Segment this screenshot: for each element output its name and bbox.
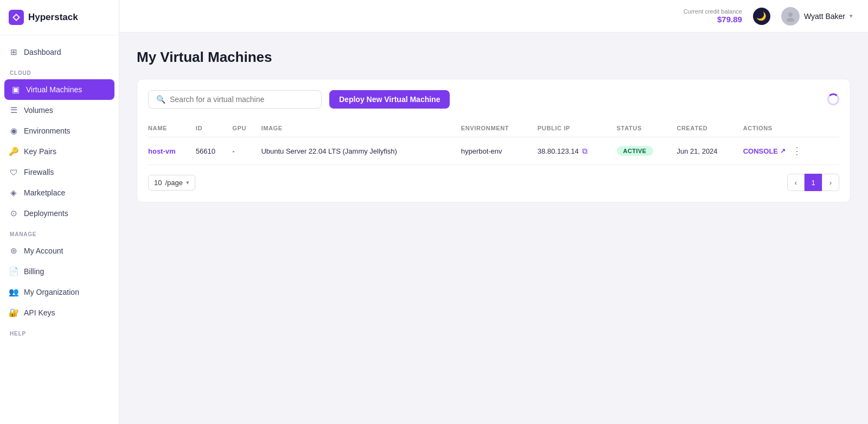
billing-icon: 📄 [9, 267, 18, 276]
col-created: CREATED [676, 119, 743, 137]
search-box[interactable]: 🔍 [148, 90, 322, 109]
table-row: host-vm 56610 - Ubuntu Server 22.04 LTS … [148, 137, 839, 165]
cell-actions: CONSOLE ↗ ⋮ [743, 137, 839, 165]
sidebar-item-firewalls[interactable]: 🛡 Firewalls [0, 162, 119, 182]
vm-name-link[interactable]: host-vm [148, 147, 176, 155]
sidebar-navigation: ⊞ Dashboard CLOUD ▣ Virtual Machines ☰ V… [0, 35, 119, 424]
deployments-label: Deployments [24, 209, 68, 218]
header: Current credit balance $79.89 🌙 Wyatt Ba… [119, 0, 868, 33]
user-name: Wyatt Baker [804, 12, 845, 21]
my-organization-icon: 👥 [9, 287, 18, 297]
sidebar-item-billing[interactable]: 📄 Billing [0, 261, 119, 282]
sidebar-item-key-pairs[interactable]: 🔑 Key Pairs [0, 141, 119, 162]
col-gpu: GPU [232, 119, 261, 137]
col-name: NAME [148, 119, 196, 137]
my-account-label: My Account [24, 246, 63, 255]
environments-label: Environments [24, 126, 71, 135]
cell-environment: hyperbot-env [461, 137, 538, 165]
marketplace-label: Marketplace [24, 188, 65, 197]
prev-page-button[interactable]: ‹ [787, 174, 805, 191]
environments-icon: ◉ [9, 126, 18, 136]
vm-label: Virtual Machines [26, 85, 82, 94]
theme-toggle-button[interactable]: 🌙 [753, 8, 770, 25]
sidebar-item-volumes[interactable]: ☰ Volumes [0, 100, 119, 121]
manage-section-label: MANAGE [0, 224, 119, 241]
avatar [781, 7, 800, 26]
cell-id: 56610 [196, 137, 233, 165]
deploy-button[interactable]: Deploy New Virtual Machine [329, 90, 450, 109]
credit-amount: $79.89 [684, 15, 742, 24]
pagination-bar: 10 /page ▾ ‹ 1 › [148, 174, 839, 191]
credit-label: Current credit balance [684, 8, 742, 15]
copy-ip-icon[interactable]: ⧉ [582, 147, 588, 156]
marketplace-icon: ◈ [9, 188, 18, 198]
sidebar-item-api-keys[interactable]: 🔐 API Keys [0, 302, 119, 323]
ip-value: 38.80.123.14 [538, 147, 579, 155]
cell-status: ACTIVE [617, 137, 677, 165]
cell-gpu: - [232, 137, 261, 165]
logo-area: Hyperstack [0, 0, 119, 35]
volumes-label: Volumes [24, 106, 53, 115]
per-page-suffix: /page [165, 179, 183, 187]
console-button[interactable]: CONSOLE ↗ [743, 147, 786, 155]
per-page-value: 10 [154, 179, 162, 187]
console-label: CONSOLE [743, 147, 778, 155]
status-badge: ACTIVE [617, 146, 653, 156]
vm-table-container: NAME ID GPU IMAGE ENVIRONMENT PUBLIC IP … [148, 119, 839, 165]
my-organization-label: My Organization [24, 288, 79, 296]
dashboard-label: Dashboard [24, 48, 61, 56]
page-1-button[interactable]: 1 [805, 174, 822, 191]
sidebar-item-deployments[interactable]: ⊙ Deployments [0, 203, 119, 224]
sidebar-item-marketplace[interactable]: ◈ Marketplace [0, 182, 119, 203]
help-section-label: HELP [0, 323, 119, 340]
search-icon: 🔍 [156, 95, 165, 104]
key-pairs-label: Key Pairs [24, 147, 56, 156]
per-page-selector[interactable]: 10 /page ▾ [148, 175, 195, 191]
volumes-icon: ☰ [9, 105, 18, 115]
search-input[interactable] [170, 95, 314, 104]
deployments-icon: ⊙ [9, 208, 18, 218]
sidebar-item-dashboard[interactable]: ⊞ Dashboard [0, 42, 119, 62]
user-menu[interactable]: Wyatt Baker ▾ [781, 7, 853, 26]
col-image: IMAGE [261, 119, 461, 137]
api-keys-icon: 🔐 [9, 308, 18, 318]
firewalls-icon: 🛡 [9, 167, 18, 177]
vm-icon: ▣ [11, 85, 21, 94]
user-menu-chevron-icon: ▾ [850, 12, 853, 20]
sidebar-item-virtual-machines[interactable]: ▣ Virtual Machines [4, 79, 114, 100]
svg-point-2 [787, 18, 794, 22]
cloud-section-label: CLOUD [0, 62, 119, 79]
col-actions: ACTIONS [743, 119, 839, 137]
sidebar-item-environments[interactable]: ◉ Environments [0, 121, 119, 141]
main-area: Current credit balance $79.89 🌙 Wyatt Ba… [119, 0, 868, 424]
credit-info: Current credit balance $79.89 [684, 8, 742, 24]
toolbar: 🔍 Deploy New Virtual Machine [148, 90, 839, 109]
sidebar: Hyperstack ⊞ Dashboard CLOUD ▣ Virtual M… [0, 0, 119, 424]
cell-name: host-vm [148, 137, 196, 165]
pagination-controls: ‹ 1 › [787, 174, 839, 191]
more-actions-button[interactable]: ⋮ [789, 145, 805, 157]
content-area: My Virtual Machines 🔍 Deploy New Virtual… [119, 33, 868, 424]
api-keys-label: API Keys [24, 308, 55, 317]
col-id: ID [196, 119, 233, 137]
billing-label: Billing [24, 267, 44, 276]
per-page-chevron-icon: ▾ [186, 179, 189, 186]
loading-spinner [827, 93, 839, 105]
vm-card: 🔍 Deploy New Virtual Machine NAME ID GPU… [137, 79, 851, 202]
key-pairs-icon: 🔑 [9, 147, 18, 156]
svg-point-1 [788, 12, 793, 17]
sidebar-item-my-organization[interactable]: 👥 My Organization [0, 282, 119, 302]
col-public-ip: PUBLIC IP [538, 119, 617, 137]
app-name: Hyperstack [28, 12, 78, 23]
vm-table: NAME ID GPU IMAGE ENVIRONMENT PUBLIC IP … [148, 119, 839, 165]
external-link-icon: ↗ [780, 147, 786, 155]
dashboard-icon: ⊞ [9, 47, 18, 57]
firewalls-label: Firewalls [24, 168, 54, 176]
cell-public-ip: 38.80.123.14 ⧉ [538, 137, 617, 165]
my-account-icon: ⊛ [9, 246, 18, 256]
col-status: STATUS [617, 119, 677, 137]
next-page-button[interactable]: › [822, 174, 839, 191]
hyperstack-logo-icon [9, 10, 24, 25]
cell-image: Ubuntu Server 22.04 LTS (Jammy Jellyfish… [261, 137, 461, 165]
sidebar-item-my-account[interactable]: ⊛ My Account [0, 241, 119, 261]
